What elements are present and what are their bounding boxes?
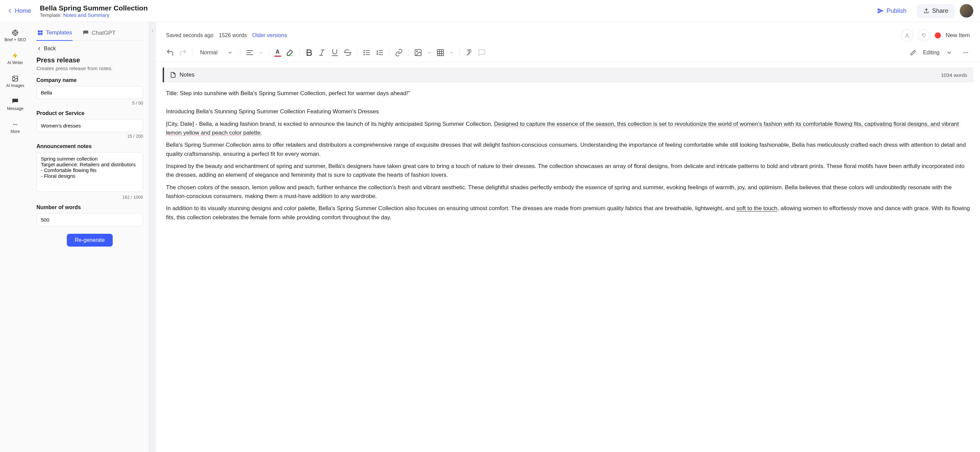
product-input[interactable] xyxy=(37,119,143,132)
bolt-icon xyxy=(12,52,19,59)
template-label: Template: xyxy=(40,12,63,18)
svg-point-10 xyxy=(15,124,16,125)
chevron-left-icon xyxy=(7,8,13,14)
nav-rail: Brief + SEO AI Writer AI Images Message … xyxy=(0,22,30,452)
template-link[interactable]: Notes and Summary xyxy=(63,12,109,18)
top-bar: Home Bella Spring Summer Collection Temp… xyxy=(0,0,980,22)
editor-content[interactable]: Title: Step into sunshine with Bella's S… xyxy=(156,82,980,232)
nav-images[interactable]: AI Images xyxy=(5,73,25,90)
comment-button[interactable] xyxy=(478,49,486,57)
tab-templates-label: Templates xyxy=(46,29,72,36)
sidebar: Templates ChatGPT Back Press release Cre… xyxy=(30,22,149,452)
tab-templates[interactable]: Templates xyxy=(37,27,73,41)
nav-message-label: Message xyxy=(7,106,24,111)
panel-desc: Creates press release from notes. xyxy=(37,65,143,71)
svg-point-2 xyxy=(14,32,16,34)
mode-label: Editing xyxy=(923,49,940,56)
announcement-counter: 162 / 1000 xyxy=(37,195,143,200)
link-button[interactable] xyxy=(395,49,403,57)
collapse-sidebar[interactable] xyxy=(149,22,156,452)
undo-button[interactable] xyxy=(166,49,174,57)
underlined-span: soft to the touch xyxy=(737,205,778,211)
avatar[interactable] xyxy=(960,4,973,17)
strikethrough-button[interactable] xyxy=(344,49,352,57)
upload-icon xyxy=(923,8,929,14)
chevron-down-icon xyxy=(946,49,952,56)
add-circle-1[interactable] xyxy=(901,29,913,41)
add-circle-2[interactable] xyxy=(918,29,930,41)
nav-writer[interactable]: AI Writer xyxy=(6,50,24,67)
chevron-down-icon xyxy=(450,51,453,55)
regenerate-button[interactable]: Re-generate xyxy=(67,234,113,247)
underline-button[interactable] xyxy=(331,49,339,57)
number-list-button[interactable] xyxy=(375,49,384,57)
share-label: Share xyxy=(932,8,948,14)
svg-point-43 xyxy=(964,52,964,53)
more-options[interactable] xyxy=(962,49,970,57)
font-color-a: A xyxy=(276,49,280,55)
back-label: Back xyxy=(44,46,56,52)
title-block: Bella Spring Summer Collection Template:… xyxy=(40,4,148,18)
template-line: Template: Notes and Summary xyxy=(40,12,148,18)
back-link[interactable]: Back xyxy=(37,46,143,52)
editor: Saved seconds ago 1526 words Older versi… xyxy=(156,22,980,452)
svg-rect-15 xyxy=(40,33,43,35)
italic-button[interactable] xyxy=(318,49,326,57)
font-color-bar xyxy=(274,56,281,57)
notes-label: Notes xyxy=(180,71,194,78)
panel-title: Press release xyxy=(37,56,143,64)
notes-word-count: 1034 words xyxy=(941,72,967,78)
chevron-left-icon xyxy=(151,29,154,33)
svg-line-23 xyxy=(321,50,323,56)
status-text[interactable]: New Item xyxy=(946,32,970,39)
svg-point-16 xyxy=(907,34,908,35)
tab-chatgpt-label: ChatGPT xyxy=(91,30,115,36)
company-input[interactable] xyxy=(37,86,143,99)
redo-button[interactable] xyxy=(179,49,187,57)
image-dropdown[interactable] xyxy=(427,49,432,57)
chevron-down-icon xyxy=(427,51,431,55)
content-intro: Introducing Bella's Stunning Spring Summ… xyxy=(166,107,970,116)
home-link[interactable]: Home xyxy=(7,8,31,14)
table-dropdown[interactable] xyxy=(449,49,454,57)
send-icon xyxy=(877,8,884,14)
nav-more[interactable]: More xyxy=(9,119,21,136)
nav-more-label: More xyxy=(10,129,19,134)
content-p5: In addition to its visually stunning des… xyxy=(166,204,970,222)
bullet-list-button[interactable] xyxy=(363,49,371,57)
product-label: Product or Service xyxy=(37,110,143,116)
editing-mode-select[interactable]: Editing xyxy=(910,49,970,57)
words-label: Number of words xyxy=(37,205,143,211)
saved-status: Saved seconds ago xyxy=(166,32,214,38)
publish-label: Publish xyxy=(886,8,907,14)
highlight-button[interactable] xyxy=(286,49,294,57)
svg-point-29 xyxy=(364,50,364,51)
bold-button[interactable] xyxy=(305,49,313,57)
person-icon xyxy=(904,33,910,38)
tag-icon xyxy=(921,33,927,38)
font-color-button[interactable]: A xyxy=(274,49,281,57)
notes-section-header[interactable]: Notes 1034 words xyxy=(163,67,973,82)
svg-point-30 xyxy=(364,52,364,53)
table-button[interactable] xyxy=(436,49,444,57)
share-button[interactable]: Share xyxy=(916,4,955,18)
svg-point-11 xyxy=(16,124,17,125)
chevron-down-icon xyxy=(259,51,263,55)
svg-point-45 xyxy=(967,52,968,53)
editor-status-line: Saved seconds ago 1526 words Older versi… xyxy=(156,22,980,46)
home-label: Home xyxy=(15,8,31,14)
chevron-left-icon xyxy=(37,46,42,51)
older-versions-link[interactable]: Older versions xyxy=(252,32,287,38)
nav-message[interactable]: Message xyxy=(6,96,25,113)
align-button[interactable] xyxy=(246,49,254,57)
tab-chatgpt[interactable]: ChatGPT xyxy=(82,27,116,40)
image-button[interactable] xyxy=(414,49,422,57)
align-dropdown[interactable] xyxy=(258,49,263,57)
clear-format-button[interactable] xyxy=(465,49,473,57)
nav-brief[interactable]: Brief + SEO xyxy=(3,27,27,44)
announcement-input[interactable]: Spring summer collection Target audience… xyxy=(37,152,143,192)
publish-button[interactable]: Publish xyxy=(872,5,912,17)
words-input[interactable] xyxy=(37,213,143,226)
paragraph-style-select[interactable]: Normal xyxy=(198,48,235,57)
pencil-icon xyxy=(910,49,916,56)
